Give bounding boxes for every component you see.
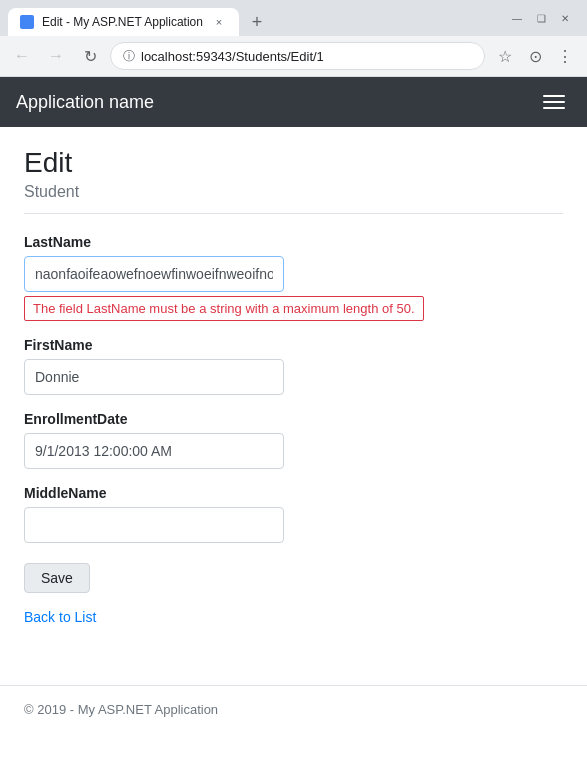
- last-name-group: LastName The field LastName must be a st…: [24, 234, 563, 321]
- first-name-group: FirstName: [24, 337, 563, 395]
- hamburger-line-1: [543, 95, 565, 97]
- footer: © 2019 - My ASP.NET Application: [0, 685, 587, 733]
- enrollment-date-input[interactable]: [24, 433, 284, 469]
- middle-name-group: MiddleName: [24, 485, 563, 543]
- divider: [24, 213, 563, 214]
- edit-form: LastName The field LastName must be a st…: [24, 234, 563, 609]
- middle-name-label: MiddleName: [24, 485, 563, 501]
- close-window-button[interactable]: ✕: [559, 12, 571, 24]
- tab-title: Edit - My ASP.NET Application: [42, 15, 203, 29]
- forward-button[interactable]: →: [42, 42, 70, 70]
- first-name-label: FirstName: [24, 337, 563, 353]
- minimize-button[interactable]: —: [511, 12, 523, 24]
- app-brand: Application name: [16, 92, 537, 113]
- tab-bar: Edit - My ASP.NET Application × + — ❑ ✕: [0, 0, 587, 36]
- bookmark-button[interactable]: ☆: [491, 42, 519, 70]
- page-heading: Edit: [24, 147, 563, 179]
- back-to-list-link[interactable]: Back to List: [24, 609, 563, 625]
- maximize-button[interactable]: ❑: [535, 12, 547, 24]
- hamburger-menu-button[interactable]: [537, 89, 571, 115]
- hamburger-line-3: [543, 107, 565, 109]
- footer-text: © 2019 - My ASP.NET Application: [24, 702, 218, 717]
- last-name-input[interactable]: [24, 256, 284, 292]
- app-navbar: Application name: [0, 77, 587, 127]
- last-name-label: LastName: [24, 234, 563, 250]
- first-name-input[interactable]: [24, 359, 284, 395]
- page-subheading: Student: [24, 183, 563, 201]
- refresh-button[interactable]: ↻: [76, 42, 104, 70]
- save-button[interactable]: Save: [24, 563, 90, 593]
- browser-tab[interactable]: Edit - My ASP.NET Application ×: [8, 8, 239, 36]
- enrollment-date-label: EnrollmentDate: [24, 411, 563, 427]
- window-controls: — ❑ ✕: [511, 12, 579, 32]
- page-content: Edit Student LastName The field LastName…: [0, 127, 587, 685]
- url-text: localhost:59343/Students/Edit/1: [141, 49, 324, 64]
- tab-close-button[interactable]: ×: [211, 14, 227, 30]
- profile-button[interactable]: ⊙: [521, 42, 549, 70]
- tab-favicon: [20, 15, 34, 29]
- last-name-error: The field LastName must be a string with…: [24, 296, 424, 321]
- enrollment-date-group: EnrollmentDate: [24, 411, 563, 469]
- browser-chrome: Edit - My ASP.NET Application × + — ❑ ✕ …: [0, 0, 587, 77]
- back-button[interactable]: ←: [8, 42, 36, 70]
- chrome-menu-button[interactable]: ⋮: [551, 42, 579, 70]
- hamburger-line-2: [543, 101, 565, 103]
- address-bar-row: ← → ↻ ⓘ localhost:59343/Students/Edit/1 …: [0, 36, 587, 76]
- address-bar[interactable]: ⓘ localhost:59343/Students/Edit/1: [110, 42, 485, 70]
- address-bar-actions: ☆ ⊙ ⋮: [491, 42, 579, 70]
- lock-icon: ⓘ: [123, 48, 135, 65]
- middle-name-input[interactable]: [24, 507, 284, 543]
- new-tab-button[interactable]: +: [243, 8, 271, 36]
